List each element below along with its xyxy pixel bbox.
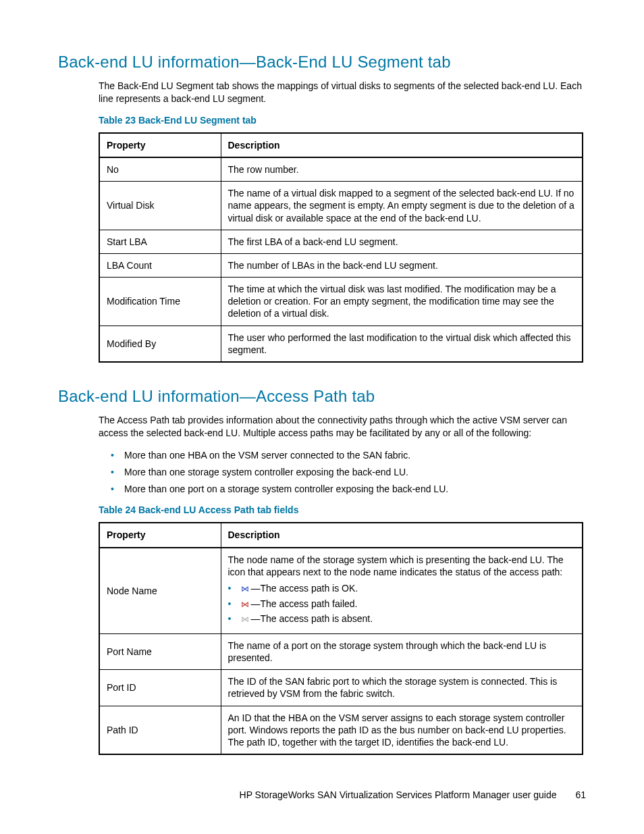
table-row: Port Name The name of a port on the stor… [99,633,583,669]
table-header-row: Property Description [99,133,583,157]
icon-status-list: ⋈—The access path is OK. ⋈—The access pa… [228,582,576,625]
cell-description: The name of a virtual disk mapped to a s… [221,182,583,230]
list-item: ⋈—The access path is absent. [228,613,576,625]
cell-property: No [99,157,221,182]
table-row: LBA Count The number of LBAs in the back… [99,253,583,277]
table-row: Virtual Disk The name of a virtual disk … [99,182,583,230]
cell-property: Port ID [99,670,221,706]
list-item: More than one port on a storage system c… [111,483,586,496]
cell-description: The name of a port on the storage system… [221,633,583,669]
cell-description: The time at which the virtual disk was l… [221,278,583,326]
icon-status-text: —The access path is OK. [251,583,358,594]
section-heading: Back-end LU information—Access Path tab [58,387,586,406]
section-heading: Back-end LU information—Back-End LU Segm… [58,53,586,72]
table-row: Node Name The node name of the storage s… [99,548,583,634]
col-header-description: Description [221,523,583,547]
cell-property: Modification Time [99,278,221,326]
path-ok-icon: ⋈ [240,584,250,595]
table-row: No The row number. [99,157,583,182]
table-caption: Table 24 Back-end LU Access Path tab fie… [99,504,586,515]
cell-description: The ID of the SAN fabric port to which t… [221,670,583,706]
path-failed-icon: ⋈ [240,600,250,610]
segment-table: Property Description No The row number. … [99,132,583,363]
cell-description: The first LBA of a back-end LU segment. [221,230,583,253]
cell-description: An ID that the HBA on the VSM server ass… [221,706,583,754]
cell-description: The row number. [221,157,583,182]
list-item: ⋈—The access path is OK. [228,582,576,595]
col-header-description: Description [221,133,583,157]
list-item: More than one storage system controller … [111,466,586,479]
page-footer: HP StorageWorks SAN Virtualization Servi… [240,789,586,800]
document-page: Back-end LU information—Back-End LU Segm… [0,0,644,834]
access-path-table: Property Description Node Name The node … [99,522,583,755]
cell-property: Start LBA [99,230,221,253]
cell-description: The number of LBAs in the back-end LU se… [221,253,583,277]
list-item: More than one HBA on the VSM server conn… [111,449,586,462]
footer-title: HP StorageWorks SAN Virtualization Servi… [240,789,557,800]
page-number: 61 [575,789,586,800]
table-row: Port ID The ID of the SAN fabric port to… [99,670,583,706]
table-header-row: Property Description [99,523,583,547]
list-item: ⋈—The access path failed. [228,598,576,610]
col-header-property: Property [99,523,221,547]
cell-property: Virtual Disk [99,182,221,230]
table-caption: Table 23 Back-End LU Segment tab [99,115,586,126]
cell-property: Path ID [99,706,221,754]
cell-description: The node name of the storage system whic… [221,548,583,634]
cell-property: Node Name [99,548,221,634]
cell-property: LBA Count [99,253,221,277]
bullet-list: More than one HBA on the VSM server conn… [111,449,586,496]
table-row: Modification Time The time at which the … [99,278,583,326]
section-intro: The Back-End LU Segment tab shows the ma… [99,80,586,105]
cell-description: The user who performed the last modifica… [221,325,583,362]
table-row: Start LBA The first LBA of a back-end LU… [99,230,583,253]
col-header-property: Property [99,133,221,157]
cell-lead-text: The node name of the storage system whic… [228,554,564,577]
icon-status-text: —The access path is absent. [251,613,373,624]
path-absent-icon: ⋈ [240,615,250,625]
icon-status-text: —The access path failed. [251,598,358,609]
table-row: Path ID An ID that the HBA on the VSM se… [99,706,583,754]
section-intro: The Access Path tab provides information… [99,414,586,440]
cell-property: Modified By [99,325,221,362]
table-row: Modified By The user who performed the l… [99,325,583,362]
cell-property: Port Name [99,633,221,669]
